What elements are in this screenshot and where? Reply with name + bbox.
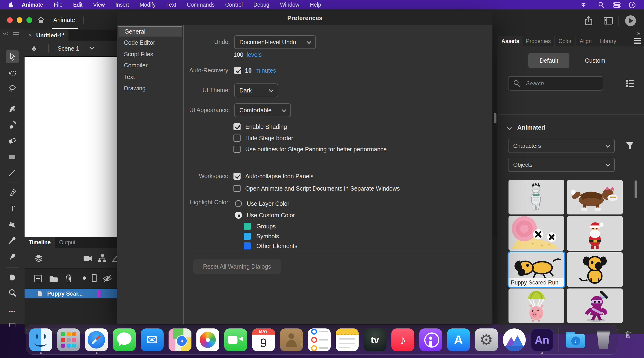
- panel-menu-hamburger-icon[interactable]: [634, 38, 641, 45]
- dock-finder[interactable]: [29, 328, 52, 351]
- asset-tile-snail[interactable]: [508, 216, 564, 251]
- apple-menu[interactable]: [8, 2, 14, 8]
- new-folder-icon[interactable]: [49, 275, 58, 283]
- dock-adobe-animate[interactable]: An: [531, 328, 554, 351]
- paint-bucket-tool[interactable]: [7, 220, 18, 230]
- asset-warp-pin-tool[interactable]: [7, 252, 18, 262]
- symbols-color-swatch[interactable]: [244, 233, 251, 240]
- tab-align[interactable]: Align: [576, 36, 596, 46]
- dock-app-store[interactable]: A: [447, 328, 470, 351]
- mode-default-button[interactable]: Default: [528, 53, 570, 68]
- dock-music[interactable]: ♪: [392, 328, 414, 351]
- sidebar-item-script-files[interactable]: Script Files: [118, 49, 182, 60]
- dock-contacts[interactable]: [280, 328, 303, 351]
- mode-custom-button[interactable]: Custom: [576, 53, 614, 68]
- undo-levels-value[interactable]: 100: [234, 51, 244, 58]
- filter-funnel-icon[interactable]: [625, 141, 634, 150]
- tab-color[interactable]: Color: [554, 36, 576, 46]
- fluid-brush-tool[interactable]: [7, 103, 18, 114]
- layer-parenting-icon[interactable]: [98, 254, 107, 263]
- use-custom-color-radio[interactable]: [235, 212, 242, 219]
- dock-mail[interactable]: ✉: [141, 328, 164, 351]
- eraser-tool[interactable]: [7, 135, 18, 146]
- menu-insert[interactable]: Insert: [116, 2, 129, 8]
- asset-tile-puppy-sitting[interactable]: [567, 252, 623, 287]
- menu-debug[interactable]: Debug: [253, 2, 269, 8]
- dock-safari[interactable]: [85, 328, 108, 351]
- selection-tool[interactable]: [6, 50, 19, 63]
- dock-facetime[interactable]: [224, 328, 247, 351]
- menu-edit[interactable]: Edit: [73, 2, 82, 8]
- tab-assets[interactable]: Assets: [498, 36, 522, 46]
- new-layer-icon[interactable]: [34, 274, 42, 283]
- tab-timeline[interactable]: Timeline: [24, 237, 55, 248]
- section-title[interactable]: Animated: [517, 124, 545, 131]
- undo-levels-link[interactable]: levels: [247, 51, 262, 58]
- sidebar-item-general[interactable]: General: [118, 26, 182, 37]
- dock-downloads[interactable]: ↓: [564, 328, 587, 351]
- workspace-panel-icon[interactable]: [604, 17, 613, 25]
- document-tab[interactable]: × Untitled-1*: [24, 30, 68, 41]
- text-tool[interactable]: T: [7, 203, 18, 214]
- close-window-button[interactable]: [7, 17, 13, 23]
- delete-asset-trash-icon[interactable]: [624, 330, 632, 339]
- share-icon[interactable]: [584, 16, 594, 26]
- hide-layers-eye-icon[interactable]: [102, 274, 112, 283]
- asset-tile-puppy-scared-run[interactable]: Puppy Scared Run: [508, 252, 564, 287]
- list-view-icon[interactable]: [626, 79, 634, 88]
- line-tool[interactable]: [7, 168, 18, 178]
- menu-animate[interactable]: Animate: [22, 2, 43, 8]
- dock-calendar[interactable]: MAY 9: [252, 328, 275, 351]
- menu-file[interactable]: File: [54, 2, 62, 8]
- dock-maps[interactable]: ➤: [168, 328, 192, 351]
- auto-collapse-checkbox[interactable]: [234, 172, 240, 180]
- dialog-titlebar[interactable]: Preferences: [117, 11, 492, 25]
- stage-scrollbar[interactable]: [492, 57, 498, 237]
- search-input[interactable]: [508, 76, 604, 91]
- menu-help[interactable]: Help: [310, 2, 321, 8]
- dock-messages[interactable]: [113, 328, 136, 351]
- asset-tile-werewolf[interactable]: [567, 180, 623, 215]
- subselection-tool[interactable]: [7, 68, 18, 79]
- tab-properties[interactable]: Properties: [522, 36, 554, 46]
- dock-apple-tv[interactable]: tv: [364, 328, 386, 351]
- zoom-window-button[interactable]: [26, 17, 32, 23]
- menu-control[interactable]: Control: [225, 2, 243, 8]
- undo-dropdown[interactable]: Document-level Undo: [234, 35, 316, 49]
- layers-icon[interactable]: [34, 254, 44, 263]
- show-all-dot-icon[interactable]: [82, 276, 86, 280]
- lasso-tool[interactable]: [7, 84, 18, 94]
- reset-warning-dialogs-button[interactable]: Reset All Warning Dialogs: [193, 259, 281, 274]
- asset-tile-ninja[interactable]: [567, 288, 623, 323]
- dock-system-settings[interactable]: ⚙: [475, 328, 498, 351]
- objects-dropdown[interactable]: Objects: [508, 158, 615, 172]
- home-icon[interactable]: [37, 16, 45, 24]
- dock-podcasts[interactable]: [419, 328, 442, 351]
- menu-text[interactable]: Text: [166, 2, 176, 8]
- groups-color-swatch[interactable]: [244, 223, 251, 230]
- auto-recovery-checkbox[interactable]: [234, 67, 241, 74]
- test-movie-play-button[interactable]: [625, 15, 636, 26]
- expand-panel-button[interactable]: »: [637, 30, 640, 37]
- close-document-icon[interactable]: ×: [28, 32, 32, 39]
- rectangle-tool[interactable]: [7, 152, 18, 162]
- use-outlines-checkbox[interactable]: [234, 146, 240, 153]
- menu-window[interactable]: Window: [280, 2, 299, 8]
- auto-recovery-link[interactable]: minutes: [256, 67, 276, 74]
- dock-notes[interactable]: [336, 328, 358, 351]
- tab-library[interactable]: Library: [596, 36, 620, 46]
- pen-tool[interactable]: [7, 187, 18, 198]
- collapse-panel-button[interactable]: <<: [3, 31, 7, 36]
- assets-scrollbar-thumb[interactable]: [634, 181, 637, 198]
- more-tools-button[interactable]: •••: [7, 306, 18, 317]
- characters-dropdown[interactable]: Characters: [508, 139, 615, 153]
- ui-appearance-dropdown[interactable]: Comfortable: [234, 103, 291, 117]
- other-elements-color-swatch[interactable]: [244, 242, 251, 249]
- clock-icon[interactable]: [628, 1, 636, 9]
- zoom-tool[interactable]: [7, 288, 18, 298]
- spotlight-search-icon[interactable]: [598, 2, 605, 9]
- classic-brush-tool[interactable]: [7, 119, 18, 130]
- wifi-status-icon[interactable]: [580, 2, 588, 9]
- dock-launchpad[interactable]: [57, 328, 80, 351]
- hide-stage-border-checkbox[interactable]: [234, 134, 240, 142]
